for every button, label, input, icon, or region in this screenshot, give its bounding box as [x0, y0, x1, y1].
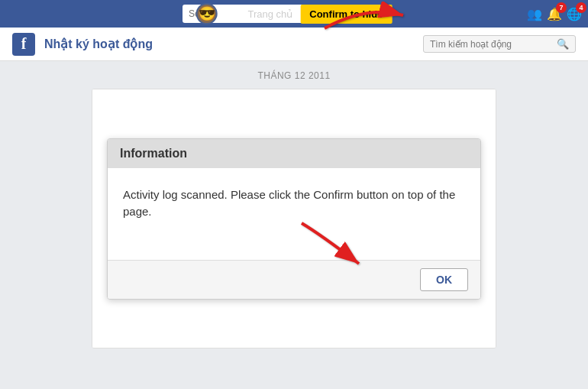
navbar-username: Phan — [221, 8, 245, 20]
dialog-header: Information — [108, 139, 480, 168]
navbar-icons: 👥 🔔 7 🌐 4 — [527, 7, 582, 21]
navbar: 🔍 😎 Phan Trang chủ Confirm to hide 👥 🔔 7… — [0, 0, 588, 28]
globe-badge: 4 — [576, 2, 586, 13]
dialog-footer: OK — [108, 260, 480, 299]
information-dialog: Information Activity log scanned. Please… — [107, 138, 481, 300]
dialog-body-text: Activity log scanned. Please click the C… — [123, 188, 455, 219]
dialog-body: Activity log scanned. Please click the C… — [108, 168, 480, 260]
navbar-center: 😎 Phan Trang chủ Confirm to hide — [196, 3, 393, 24]
confirm-to-hide-button[interactable]: Confirm to hide — [300, 5, 392, 24]
friends-icon-button[interactable]: 👥 — [527, 7, 542, 21]
ok-button[interactable]: OK — [420, 268, 468, 291]
month-label: Tháng 12 2011 — [0, 70, 588, 81]
friends-icon: 👥 — [527, 7, 542, 21]
globe-icon-button[interactable]: 🌐 4 — [567, 7, 582, 21]
dialog-title: Information — [120, 147, 187, 160]
main-content: Tháng 12 2011 Information Activity log s… — [0, 61, 588, 389]
content-area: Information Activity log scanned. Please… — [92, 89, 496, 348]
avatar: 😎 — [196, 3, 218, 24]
navbar-trang-chu[interactable]: Trang chủ — [247, 8, 292, 20]
sub-header: f Nhật ký hoạt động 🔍 — [0, 28, 588, 61]
facebook-logo: f — [12, 33, 35, 56]
activity-search-box[interactable]: 🔍 — [423, 35, 576, 53]
activity-search-icon: 🔍 — [557, 38, 569, 50]
notification-icon-button[interactable]: 🔔 7 — [547, 7, 562, 21]
dialog-overlay: Information Activity log scanned. Please… — [92, 89, 496, 348]
activity-log-title: Nhật ký hoạt động — [44, 37, 153, 51]
activity-search-input[interactable] — [430, 39, 557, 50]
notification-badge: 7 — [556, 2, 567, 13]
